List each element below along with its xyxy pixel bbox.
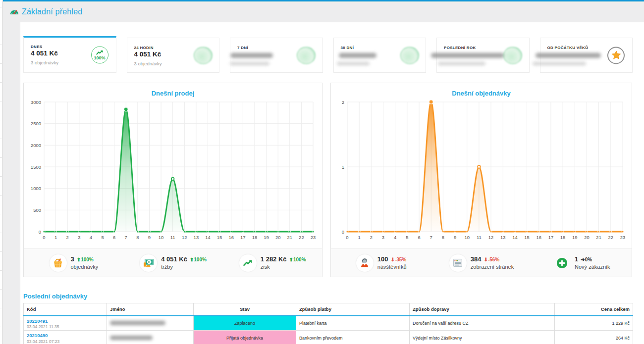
redacted-value [431,53,504,58]
blurred-badge [297,47,316,64]
svg-text:5: 5 [406,235,408,240]
svg-text:7: 7 [430,235,432,240]
svg-text:3000: 3000 [31,99,41,105]
svg-text:21: 21 [287,235,292,240]
stat-delta: ⬇-35% [391,257,407,262]
svg-text:10: 10 [464,235,470,240]
col-header-code[interactable]: Kód [24,303,107,316]
star-icon [611,50,621,60]
svg-text:4: 4 [394,235,396,240]
stat-value: 3 [71,256,74,263]
svg-text:7: 7 [125,235,127,240]
orders-table: Kód Jméno Stav Způsob platby Způsob dopr… [23,303,633,344]
svg-text:9: 9 [454,235,456,240]
col-header-shipping[interactable]: Způsob dopravy [410,303,555,316]
svg-text:1: 1 [342,164,344,170]
orders-chart[interactable]: 0120123456789101112131415161718192021222… [331,83,632,251]
person-icon [356,254,374,272]
blurred-badge [503,47,522,64]
col-header-status[interactable]: Stav [194,303,296,316]
col-header-payment[interactable]: Způsob platby [296,303,410,316]
svg-text:15: 15 [217,235,222,240]
svg-text:0: 0 [148,260,150,264]
svg-text:20: 20 [584,235,590,240]
svg-text:23: 23 [620,235,626,240]
order-code-link[interactable]: 20210491 [27,318,104,324]
stat-label: návštěvníků [377,264,407,270]
redacted-value [230,53,273,58]
svg-text:8: 8 [442,235,444,240]
svg-text:17: 17 [240,235,246,240]
orders-heading: Poslední objednávky [23,293,87,300]
svg-text:4: 4 [90,235,92,240]
card-badge-percent: 100% [94,55,105,60]
col-header-name[interactable]: Jméno [107,303,194,316]
order-status-badge: Zaplaceno [194,316,296,331]
orders-table-header-row: Kód Jméno Stav Způsob platby Způsob dopr… [24,303,633,316]
svg-text:19: 19 [572,235,578,240]
svg-text:22: 22 [608,235,614,240]
order-payment: Platební karta [296,316,410,331]
redacted-customer-name [110,336,153,340]
redacted-value [536,53,601,58]
svg-text:9: 9 [148,235,151,240]
svg-text:10: 10 [159,235,164,240]
card-last-year[interactable]: POSLEDNÍ ROK [436,38,530,73]
svg-text:19: 19 [264,235,269,240]
order-status-badge: Přijatá objednávka [194,331,296,344]
order-total: 264 Kč [555,331,633,344]
svg-text:12: 12 [182,235,187,240]
card-all-time[interactable]: OD POČÁTKU VĚKŮ [540,38,633,73]
svg-text:12: 12 [488,235,494,240]
speedometer-icon [10,7,19,16]
col-header-total[interactable]: Cena celkem [555,303,633,316]
svg-text:2000: 2000 [31,143,41,148]
svg-text:18: 18 [560,235,566,240]
order-date: 03.04.2021 11:35 [27,324,59,329]
order-row: 20210490 03.04.2021 07:23 Přijatá objedn… [24,331,633,344]
svg-text:8: 8 [136,235,139,240]
blurred-badge [194,47,213,64]
redacted-subtitle [337,62,370,65]
order-date: 03.04.2021 07:23 [27,339,59,344]
card-badge-circle-blurred [401,47,418,64]
card-24h[interactable]: 24 HODIN 4 051 Kč 3 objednávky [127,38,220,73]
svg-text:13: 13 [500,235,506,240]
card-badge-circle-blurred [298,47,315,64]
stat-value: 1 282 Kč [261,256,287,263]
sales-chart[interactable]: 0500100015002000250030000123456789101112… [24,83,322,251]
svg-text:2500: 2500 [31,121,41,126]
svg-text:5: 5 [101,235,104,240]
svg-text:20: 20 [275,235,281,240]
card-today[interactable]: DNES 4 051 Kč 3 objednávky 100% [23,36,116,73]
svg-text:1500: 1500 [31,164,41,170]
card-7days[interactable]: 7 DNÍ [230,38,323,73]
stat-value: 4 051 Kč [161,256,187,263]
svg-text:1: 1 [358,235,361,240]
stat-cards-row: DNES 4 051 Kč 3 objednávky 100% 24 HODIN… [23,36,633,73]
svg-text:14: 14 [512,235,518,240]
redacted-subtitle [533,62,586,65]
svg-text:6: 6 [418,235,420,240]
svg-text:15: 15 [524,235,530,240]
order-code-cell: 20210490 03.04.2021 07:23 [24,331,107,344]
stat-delta: ➔0% [581,257,592,262]
orders-chart-footer: 100 ⬇-35% návštěvníků 384 ⬇ [331,248,632,277]
stat-new-customer: 1 ➔0% Nový zákazník [532,254,632,272]
svg-text:0: 0 [342,229,344,235]
svg-text:21: 21 [596,235,601,240]
stat-value: 384 [471,256,482,263]
page-header: Základní přehled [10,7,82,16]
card-30days[interactable]: 30 DNÍ [333,38,427,73]
stat-pageviews: 384 ⬇-56% zobrazení stránek [431,254,531,272]
order-code-link[interactable]: 20210490 [27,333,104,339]
svg-text:22: 22 [299,235,304,240]
svg-text:1: 1 [54,235,57,240]
order-row: 20210491 03.04.2021 11:35 Zaplaceno Plat… [24,316,633,331]
orders-chart-panel: Dnešní objednávky 0120123456789101112131… [330,83,632,277]
svg-text:2: 2 [370,235,373,240]
svg-text:0: 0 [43,235,45,240]
blurred-badge [400,47,419,64]
money-icon: 0 [139,254,158,272]
svg-text:0: 0 [39,229,41,235]
